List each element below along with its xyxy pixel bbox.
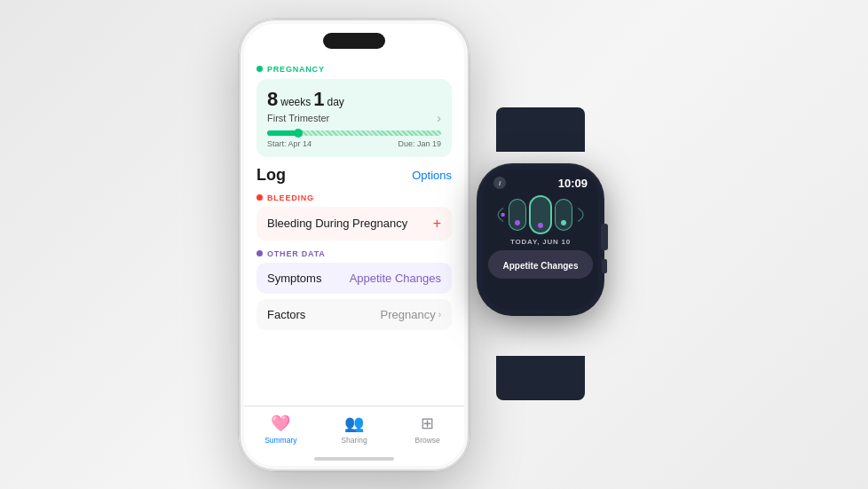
pregnancy-label: PREGNANCY xyxy=(267,65,325,74)
log-section: Log Options BLEEDING Bleeding During Pre… xyxy=(244,166,464,330)
weeks-unit: weeks xyxy=(280,96,311,108)
progress-row: Start: Apr 14 Due: Jan 19 xyxy=(267,130,441,148)
symptoms-value: Appetite Changes xyxy=(350,272,441,285)
cycle-pod-1 xyxy=(509,199,526,231)
other-data-section: OTHER DATA Symptoms Appetite Changes Fac… xyxy=(256,249,452,330)
iphone-screen: PREGNANCY 8 weeks 1 day First Trimester xyxy=(244,24,464,466)
pod-dot-3 xyxy=(561,220,566,225)
days-unit: day xyxy=(327,96,344,108)
pregnancy-dot xyxy=(256,66,263,72)
watch-content: i 10:09 xyxy=(483,170,598,310)
progress-bar xyxy=(267,130,441,136)
scene: PREGNANCY 8 weeks 1 day First Trimester xyxy=(0,0,868,489)
other-data-label: OTHER DATA xyxy=(267,249,326,258)
bleeding-label: BLEEDING xyxy=(267,193,314,202)
progress-fill xyxy=(267,130,298,136)
other-data-header: OTHER DATA xyxy=(256,249,452,258)
bleeding-section: BLEEDING Bleeding During Pregnancy + xyxy=(256,193,452,241)
wave-right-icon xyxy=(575,204,589,225)
bleeding-dot xyxy=(256,194,263,201)
tab-summary[interactable]: 🩷 Summary xyxy=(244,414,318,445)
cycle-pod-3 xyxy=(555,199,572,231)
pregnancy-section: PREGNANCY 8 weeks 1 day First Trimester xyxy=(244,58,464,157)
bleeding-header: BLEEDING xyxy=(256,193,452,202)
factors-row[interactable]: Factors Pregnancy › xyxy=(256,299,452,330)
tab-sharing-label: Sharing xyxy=(341,436,367,445)
home-indicator xyxy=(314,457,394,461)
trimester-label: First Trimester xyxy=(267,113,441,123)
log-header: Log Options xyxy=(256,166,452,185)
start-date: Start: Apr 14 xyxy=(267,139,312,148)
pregnancy-header: PREGNANCY xyxy=(256,65,452,74)
tab-sharing[interactable]: 👥 Sharing xyxy=(318,414,391,445)
progress-dates: Start: Apr 14 Due: Jan 19 xyxy=(267,139,441,148)
watch-side-button xyxy=(602,259,607,273)
add-bleeding-button[interactable]: + xyxy=(433,216,441,232)
progress-stripe xyxy=(298,130,441,136)
watch-body: i 10:09 xyxy=(478,165,603,314)
bleeding-row[interactable]: Bleeding During Pregnancy + xyxy=(256,207,452,241)
pod-dot-1 xyxy=(515,220,520,225)
watch-button-label: Appetite Changes xyxy=(502,261,578,271)
heart-icon: 🩷 xyxy=(271,414,290,433)
watch-appetite-button[interactable]: Appetite Changes xyxy=(488,250,592,279)
log-title: Log xyxy=(256,166,286,185)
factors-value: Pregnancy › xyxy=(381,308,442,321)
watch-crown xyxy=(601,224,608,250)
other-data-dot xyxy=(256,250,263,256)
cycle-pod-center xyxy=(529,195,552,234)
sharing-icon: 👥 xyxy=(344,414,364,433)
watch-time: 10:09 xyxy=(558,177,588,190)
dynamic-island xyxy=(323,33,385,49)
factors-label: Factors xyxy=(267,308,305,321)
pregnancy-card[interactable]: 8 weeks 1 day First Trimester xyxy=(256,79,452,157)
browse-icon: ⊞ xyxy=(421,414,434,433)
pod-dot-center xyxy=(538,223,543,228)
watch-date: TODAY, JUN 10 xyxy=(510,238,571,246)
watch-band-top xyxy=(496,107,585,152)
chevron-right-icon: › xyxy=(437,111,441,125)
iphone-content: PREGNANCY 8 weeks 1 day First Trimester xyxy=(244,58,464,466)
cycle-visualization xyxy=(483,195,598,234)
days-number: 1 xyxy=(313,88,324,111)
watch-band-bottom xyxy=(496,356,585,400)
tab-browse-label: Browse xyxy=(415,436,440,445)
watch-info-icon[interactable]: i xyxy=(493,177,506,189)
apple-watch: i 10:09 xyxy=(452,147,629,360)
weeks-row: 8 weeks 1 day xyxy=(267,88,441,111)
options-button[interactable]: Options xyxy=(412,169,452,182)
tab-browse[interactable]: ⊞ Browse xyxy=(391,414,464,445)
symptoms-row[interactable]: Symptoms Appetite Changes xyxy=(256,263,452,294)
weeks-number: 8 xyxy=(267,88,278,111)
iphone: PREGNANCY 8 weeks 1 day First Trimester xyxy=(239,19,470,471)
watch-screen: i 10:09 xyxy=(483,170,598,310)
wave-left-icon xyxy=(492,204,506,225)
symptoms-label: Symptoms xyxy=(267,272,321,285)
watch-top-bar: i 10:09 xyxy=(483,170,598,190)
bleeding-text: Bleeding During Pregnancy xyxy=(267,217,407,230)
tab-summary-label: Summary xyxy=(264,436,296,445)
due-date: Due: Jan 19 xyxy=(398,139,441,148)
svg-point-0 xyxy=(501,212,505,217)
chevron-factors-icon: › xyxy=(438,310,441,319)
